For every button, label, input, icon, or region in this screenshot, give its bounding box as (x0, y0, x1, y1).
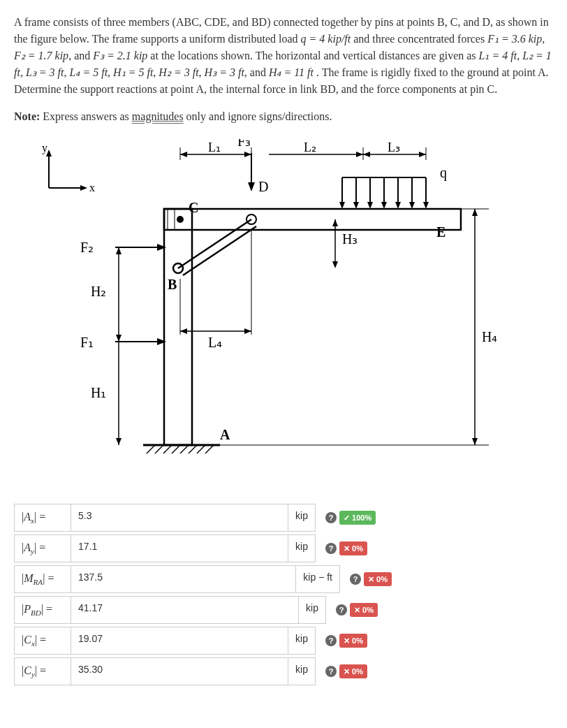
ay-unit: kip (288, 535, 315, 562)
note: Note: Express answers as magnitudes only… (14, 108, 553, 125)
text-2: and three concentrated forces (353, 33, 487, 45)
svg-marker-30 (409, 202, 415, 209)
h1-dim: H₁ (91, 385, 106, 400)
svg-marker-10 (244, 152, 251, 157)
svg-marker-9 (180, 152, 187, 157)
f3-value: F₃ = 2.1 kip (93, 50, 147, 61)
member-cde (164, 209, 461, 230)
svg-marker-53 (244, 328, 251, 334)
svg-marker-3 (80, 185, 87, 191)
svg-line-62 (172, 445, 180, 453)
cx-label: |Cx| = (15, 627, 71, 654)
svg-marker-56 (472, 209, 478, 216)
pbd-input[interactable]: 41.17 (71, 597, 298, 623)
svg-line-65 (197, 445, 205, 453)
ax-unit: kip (288, 504, 315, 531)
h4-dim: H₄ (482, 329, 497, 344)
problem-statement: A frame consists of three members (ABC, … (14, 14, 553, 98)
help-icon[interactable]: ? (336, 604, 347, 616)
pbd-label: |PBD| = (15, 597, 71, 623)
answer-row-pbd: |PBD| = 41.17 kip ? ✕ 0% (14, 596, 553, 624)
h3-value: H₃ = 3 ft (205, 66, 244, 78)
wrong-badge: ✕ 0% (339, 664, 367, 679)
svg-line-59 (147, 445, 155, 453)
f2-force: F₂ (80, 240, 166, 255)
answers-section: |Ax| = 5.3 kip ? ✓ 100% |Ay| = 17.1 kip … (14, 504, 553, 685)
f1-force: F₁ (80, 335, 166, 350)
l3-dim: L₃ (388, 140, 400, 154)
help-icon[interactable]: ? (325, 543, 337, 554)
h4-value: H₄ = 11 ft (269, 66, 314, 78)
f2-label: F₂ (80, 240, 94, 255)
l4-value: L₄ = 5 ft (69, 66, 108, 78)
svg-line-60 (155, 445, 163, 453)
text-3: at the locations shown. The horizontal a… (150, 50, 478, 61)
help-icon[interactable]: ? (325, 666, 337, 677)
e-label: E (436, 224, 446, 240)
x-axis-label: x (89, 182, 95, 194)
help-icon[interactable]: ? (325, 635, 337, 646)
wrong-badge: ✕ 0% (350, 603, 378, 618)
answer-row-mra: |MRA| = 137.5 kip − ft ? ✕ 0% (14, 565, 553, 593)
c-label: C (189, 200, 198, 215)
svg-line-35 (178, 219, 251, 268)
svg-line-66 (205, 445, 214, 453)
h2-value: H₂ = 3 ft (159, 66, 198, 78)
svg-marker-45 (116, 438, 122, 445)
cy-unit: kip (288, 658, 315, 685)
ay-label: |Ay| = (15, 535, 71, 562)
help-icon[interactable]: ? (325, 512, 337, 523)
mra-label: |MRA| = (15, 566, 71, 592)
wrong-badge: ✕ 0% (339, 541, 367, 556)
help-icon[interactable]: ? (350, 574, 361, 585)
svg-marker-12 (356, 152, 363, 157)
y-axis-label: y (42, 142, 47, 154)
note-underlined: magnitudes (132, 110, 184, 122)
note-text1: Express answers as (43, 110, 132, 122)
wrong-badge: ✕ 0% (339, 634, 367, 648)
mra-input[interactable]: 137.5 (71, 566, 295, 592)
svg-marker-42 (116, 247, 122, 254)
answer-row-ax: |Ax| = 5.3 kip ? ✓ 100% (14, 504, 553, 532)
svg-marker-28 (395, 202, 401, 209)
l3-value: L₃ = 3 ft (26, 66, 64, 78)
coord-axes: y x (42, 142, 95, 194)
ax-input[interactable]: 5.3 (71, 504, 288, 531)
pbd-unit: kip (298, 597, 325, 623)
f1-label: F₁ (80, 335, 94, 350)
frame-diagram: y x L₁ L₂ L₃ F₃ (28, 139, 553, 486)
svg-marker-26 (381, 202, 387, 209)
f1-value: F₁ = 3.6 kip (487, 33, 542, 45)
l1-dim: L₁ (208, 140, 221, 154)
svg-marker-48 (332, 261, 338, 268)
svg-marker-43 (116, 335, 122, 342)
q-label: q (440, 165, 447, 181)
q-value: q = 4 kip/ft (301, 33, 351, 45)
d-label: D (258, 179, 268, 194)
mra-unit: kip − ft (295, 566, 339, 592)
svg-line-64 (189, 445, 197, 453)
cx-input[interactable]: 19.07 (71, 627, 288, 654)
left-dimensions: H₂ H₁ (91, 247, 122, 445)
answer-row-cx: |Cx| = 19.07 kip ? ✕ 0% (14, 627, 553, 655)
top-dimensions: L₁ L₂ L₃ (180, 140, 426, 160)
answer-row-ay: |Ay| = 17.1 kip ? ✕ 0% (14, 534, 553, 562)
cy-input[interactable]: 35.30 (71, 658, 288, 685)
ay-input[interactable]: 17.1 (71, 535, 288, 562)
svg-marker-15 (363, 152, 370, 157)
f3-force: F₃ D (237, 139, 268, 194)
svg-marker-17 (248, 182, 255, 191)
ground-hatch (147, 445, 214, 453)
svg-marker-14 (419, 152, 426, 157)
l4-dim: L₄ (208, 335, 222, 350)
svg-marker-52 (180, 328, 187, 334)
cy-label: |Cy| = (15, 658, 71, 685)
member-abc (164, 209, 192, 445)
a-label: A (220, 427, 230, 442)
svg-line-61 (163, 445, 172, 453)
l2-dim: L₂ (304, 140, 316, 154)
note-text2: only and ignore signs/directions. (186, 110, 332, 122)
l4-dimension: L₄ (180, 230, 251, 350)
svg-marker-57 (472, 438, 478, 445)
h3-dim: H₃ (342, 231, 358, 247)
